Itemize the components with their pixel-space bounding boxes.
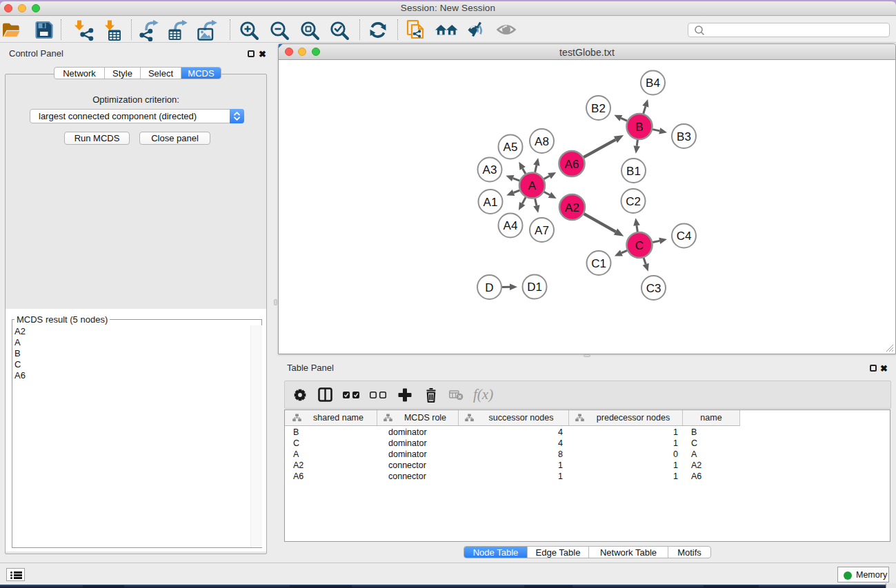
svg-text:A3: A3 xyxy=(483,163,497,176)
svg-text:A7: A7 xyxy=(535,224,549,237)
svg-text:D1: D1 xyxy=(527,281,542,294)
svg-text:A8: A8 xyxy=(535,135,549,148)
svg-text:C4: C4 xyxy=(677,230,692,243)
svg-text:B: B xyxy=(635,121,643,134)
svg-text:D: D xyxy=(485,281,493,294)
svg-text:C2: C2 xyxy=(626,195,641,208)
svg-text:A1: A1 xyxy=(484,196,498,209)
svg-text:B1: B1 xyxy=(626,165,641,178)
svg-text:A6: A6 xyxy=(565,158,579,171)
svg-text:C: C xyxy=(635,239,644,252)
svg-text:B4: B4 xyxy=(646,77,660,90)
svg-text:A4: A4 xyxy=(504,219,518,232)
svg-text:A2: A2 xyxy=(565,201,579,214)
svg-text:A: A xyxy=(528,179,537,192)
svg-text:B3: B3 xyxy=(677,130,691,143)
svg-text:C1: C1 xyxy=(591,257,606,270)
svg-text:B2: B2 xyxy=(591,102,606,115)
svg-text:A5: A5 xyxy=(504,141,518,154)
svg-text:C3: C3 xyxy=(646,282,661,295)
